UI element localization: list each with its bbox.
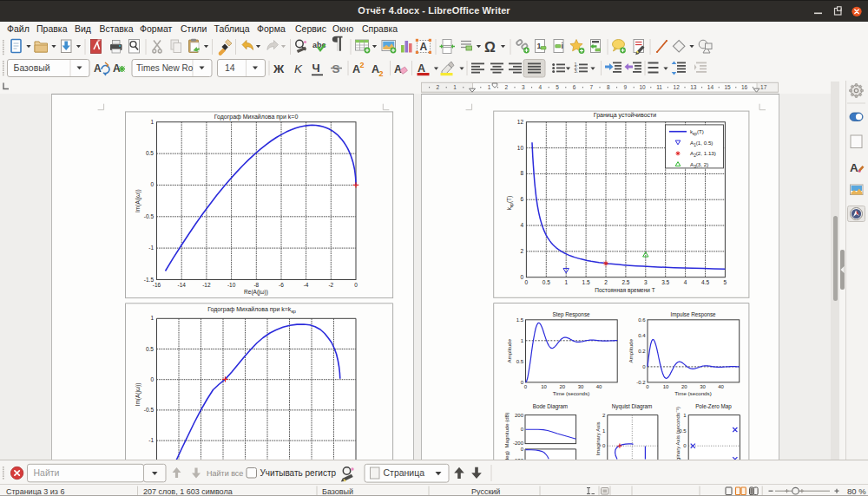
svg-text:Учитывать регистр: Учитывать регистр: [260, 468, 337, 478]
svg-text:14: 14: [707, 84, 714, 90]
svg-text:Найти все: Найти все: [207, 468, 243, 477]
svg-text:16: 16: [741, 84, 748, 90]
svg-text:11: 11: [656, 84, 662, 90]
svg-text:Страница: Страница: [384, 467, 425, 478]
svg-text:6: 6: [573, 84, 576, 90]
svg-text:A: A: [850, 161, 858, 174]
svg-text:17: 17: [760, 84, 767, 90]
svg-text:1: 1: [453, 84, 457, 90]
svg-text:3: 3: [522, 84, 525, 90]
svg-text:5: 5: [556, 84, 559, 90]
svg-text:1: 1: [488, 84, 491, 90]
svg-text:2: 2: [437, 84, 440, 90]
svg-text:2: 2: [504, 84, 508, 90]
svg-text:8: 8: [607, 84, 610, 90]
svg-text:15: 15: [724, 84, 731, 90]
svg-text:12: 12: [674, 84, 681, 90]
svg-text:Найти: Найти: [34, 467, 60, 478]
svg-text:4: 4: [539, 84, 542, 90]
svg-text:7: 7: [589, 84, 593, 90]
svg-text:10: 10: [639, 84, 646, 90]
svg-text:13: 13: [690, 84, 697, 90]
svg-text:9: 9: [624, 84, 628, 90]
